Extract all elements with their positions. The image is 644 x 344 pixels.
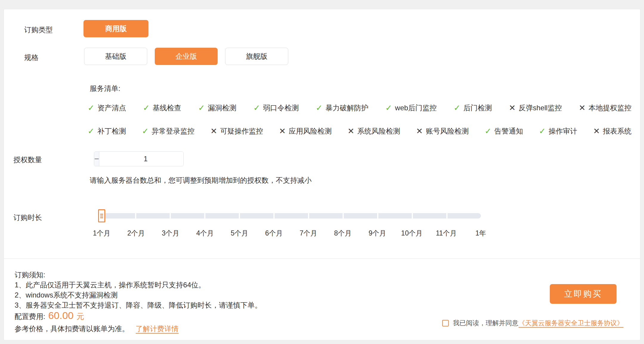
- service-item: ✓ 漏洞检测: [198, 103, 236, 113]
- purchase-notice: 订购须知: 1、此产品仅适用于天翼云主机，操作系统暂时只支持64位。 2、win…: [15, 270, 262, 310]
- service-item: ✓ 弱口令检测: [253, 103, 299, 113]
- order-type-label: 订购类型: [24, 25, 53, 35]
- quantity-hint: 请输入服务器台数总和，您可调整到预期增加到的授权数，不支持减小: [90, 176, 312, 185]
- duration-tick-label[interactable]: 10个月: [394, 229, 429, 238]
- config-fee-row: 配置费用: 60.00 元: [15, 310, 84, 322]
- service-item-label: 可疑操作监控: [220, 126, 263, 136]
- duration-tick-label[interactable]: 9个月: [360, 229, 395, 238]
- cross-icon: ✕: [416, 127, 423, 135]
- cross-icon: ✕: [509, 104, 516, 112]
- service-item: ✕ 报表系统: [593, 126, 631, 136]
- service-item-label: 漏洞检测: [208, 103, 236, 113]
- service-item: ✓ 补丁检测: [88, 126, 126, 136]
- spec-option-basic[interactable]: 基础版: [84, 48, 147, 65]
- service-item-label: 后门检测: [463, 103, 492, 113]
- cross-icon: ✕: [210, 127, 217, 135]
- service-item-label: 补丁检测: [97, 126, 126, 136]
- service-item-label: 弱口令检测: [263, 103, 299, 113]
- config-fee-label: 配置费用:: [15, 312, 45, 321]
- check-icon: ✓: [198, 104, 205, 112]
- service-item-label: 账号风险检测: [426, 126, 469, 136]
- check-icon: ✓: [253, 104, 260, 112]
- quantity-stepper: − +: [94, 151, 184, 166]
- duration-label: 订购时长: [13, 213, 42, 222]
- service-list-row-2: ✓ 补丁检测 ✓ 异常登录监控 ✕ 可疑操作监控 ✕ 应用风险检测 ✕ 系统风险…: [88, 126, 631, 136]
- spec-option-enterprise-label: 企业版: [176, 52, 197, 61]
- check-icon: ✓: [453, 104, 460, 112]
- duration-tick-label[interactable]: 5个月: [222, 229, 257, 238]
- service-item: ✕ 可疑操作监控: [210, 126, 263, 136]
- service-list-row-1: ✓ 资产清点 ✓ 基线检查 ✓ 漏洞检测 ✓ 弱口令检测 ✓ 暴力破解防护: [88, 103, 631, 113]
- check-icon: ✓: [316, 104, 323, 112]
- check-icon: ✓: [88, 127, 95, 135]
- spec-label: 规格: [24, 53, 38, 62]
- notice-item-2: 2、windows系统不支持漏洞检测: [15, 290, 262, 300]
- service-item-label: 操作审计: [549, 126, 577, 136]
- service-item: ✕ 反弹shell监控: [509, 103, 562, 113]
- service-item: ✓ web后门监控: [385, 103, 437, 113]
- service-item-label: 报表系统: [603, 126, 631, 136]
- notice-item-3: 3、服务器安全卫士暂不支持退订、降容、降级、降低订购时长，请谨慎下单。: [15, 300, 262, 310]
- service-item: ✓ 后门检测: [453, 103, 492, 113]
- duration-tick-label[interactable]: 1个月: [84, 229, 119, 238]
- notice-title: 订购须知:: [15, 270, 262, 280]
- check-icon: ✓: [142, 127, 149, 135]
- spec-option-flagship-label: 旗舰版: [246, 52, 267, 61]
- notice-item-1: 1、此产品仅适用于天翼云主机，操作系统暂时只支持64位。: [15, 280, 262, 290]
- agreement-link[interactable]: 《天翼云服务器安全卫士服务协议》: [518, 319, 623, 328]
- service-item-label: 反弹shell监控: [518, 103, 562, 113]
- service-list-title: 服务清单:: [90, 84, 120, 93]
- quantity-input[interactable]: [99, 152, 184, 166]
- check-icon: ✓: [485, 127, 492, 135]
- duration-tick-label[interactable]: 4个月: [188, 229, 222, 238]
- duration-tick-label[interactable]: 7个月: [291, 229, 326, 238]
- service-item-label: web后门监控: [395, 103, 437, 113]
- slider-handle-grip: [100, 214, 103, 215]
- billing-details-link[interactable]: 了解计费详情: [136, 324, 179, 334]
- order-type-option-commercial[interactable]: 商用版: [83, 20, 148, 37]
- service-item: ✕ 应用风险检测: [279, 126, 332, 136]
- duration-tick-label[interactable]: 1年: [464, 229, 498, 238]
- section-divider: [4, 258, 640, 259]
- cross-icon: ✕: [579, 104, 586, 112]
- service-item-label: 应用风险检测: [289, 126, 332, 136]
- minus-icon: −: [94, 154, 99, 164]
- purchase-config-panel: 订购类型 商用版 规格 基础版 企业版 旗舰版 服务清单: ✓ 资产清点 ✓ 基…: [4, 9, 640, 340]
- duration-tick-labels: 1个月 2个月 3个月 4个月 5个月 6个月 7个月 8个月 9个月 10个月…: [84, 229, 498, 238]
- cross-icon: ✕: [279, 127, 286, 135]
- service-item-label: 资产清点: [97, 103, 126, 113]
- service-item-label: 系统风险检测: [357, 126, 400, 136]
- config-fee-amount: 60.00: [48, 310, 74, 321]
- duration-tick-label[interactable]: 6个月: [257, 229, 291, 238]
- service-item-label: 暴力破解防护: [326, 103, 369, 113]
- check-icon: ✓: [385, 104, 392, 112]
- agreement-checkbox[interactable]: [442, 320, 449, 326]
- cross-icon: ✕: [593, 127, 600, 135]
- service-item-label: 告警通知: [494, 126, 523, 136]
- service-item: ✓ 异常登录监控: [142, 126, 195, 136]
- config-fee-unit: 元: [77, 311, 84, 322]
- cross-icon: ✕: [348, 127, 354, 135]
- spec-option-flagship[interactable]: 旗舰版: [225, 48, 288, 65]
- service-item: ✓ 资产清点: [88, 103, 126, 113]
- reference-price-row: 参考价格，具体扣费请以账单为准。 了解计费详情: [15, 324, 179, 334]
- service-item: ✓ 暴力破解防护: [316, 103, 369, 113]
- check-icon: ✓: [539, 127, 546, 135]
- check-icon: ✓: [143, 104, 150, 112]
- service-item-label: 异常登录监控: [152, 126, 195, 136]
- duration-tick-label[interactable]: 8个月: [326, 229, 360, 238]
- duration-tick-label[interactable]: 11个月: [429, 229, 464, 238]
- reference-price-text: 参考价格，具体扣费请以账单为准。: [15, 324, 129, 334]
- spec-option-enterprise[interactable]: 企业版: [155, 48, 218, 65]
- duration-tick-label[interactable]: 3个月: [153, 229, 188, 238]
- service-item-label: 基线检查: [153, 103, 181, 113]
- service-item: ✓ 基线检查: [143, 103, 181, 113]
- duration-slider-handle[interactable]: [98, 209, 105, 222]
- quantity-decrease-button[interactable]: −: [94, 152, 99, 166]
- service-item: ✓ 操作审计: [539, 126, 577, 136]
- duration-slider-track[interactable]: [102, 213, 481, 219]
- check-icon: ✓: [88, 104, 95, 112]
- buy-now-button[interactable]: 立即购买: [550, 284, 617, 304]
- duration-tick-label[interactable]: 2个月: [119, 229, 154, 238]
- agreement-text: 我已阅读，理解并同意: [453, 319, 518, 328]
